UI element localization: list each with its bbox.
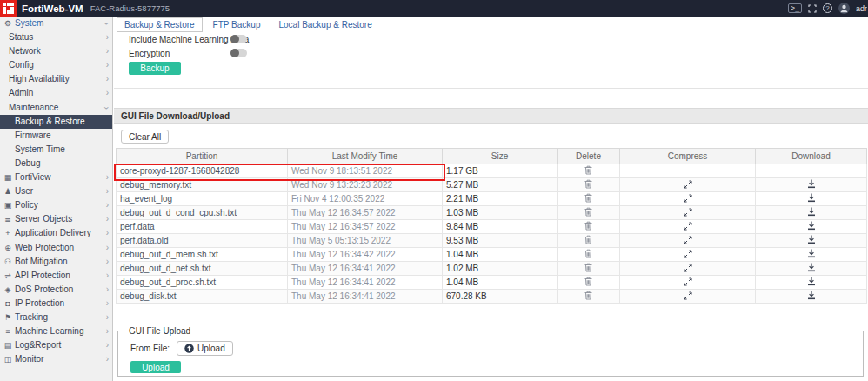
sidebar-item-bot-mitigation[interactable]: ⚇Bot Mitigation› [0, 255, 112, 269]
sidebar-item-label: DoS Protection [15, 284, 73, 294]
chevron-down-icon: › [98, 106, 112, 109]
delete-cell [558, 276, 620, 290]
table-row: ha_event_logFri Nov 4 12:00:35 20222.21 … [117, 192, 867, 206]
delete-icon[interactable] [584, 291, 592, 302]
sidebar-item-api-protection[interactable]: ⇌API Protection› [0, 269, 112, 283]
sidebar-item-label: Monitor [15, 354, 43, 364]
delete-icon[interactable] [584, 193, 592, 204]
sidebar-item-fortiview[interactable]: ▦FortiView› [0, 170, 112, 184]
encryption-toggle[interactable] [230, 49, 247, 57]
sidebar-item-label: IP Protection [15, 298, 64, 308]
sidebar-item-label: Machine Learning [15, 326, 84, 336]
user-avatar-icon[interactable] [838, 3, 850, 14]
sidebar-item-monitor[interactable]: ◫Monitor› [0, 352, 112, 366]
delete-cell [558, 192, 620, 206]
download-icon[interactable] [807, 235, 816, 246]
sidebar-item-ip-protection[interactable]: ◘IP Protection› [0, 297, 112, 311]
compress-icon[interactable] [684, 180, 692, 190]
sidebar-item-config[interactable]: Config› [0, 58, 112, 72]
upload-button[interactable]: Upload [130, 361, 181, 373]
sidebar-item-network[interactable]: Network› [0, 44, 112, 58]
device-name: FAC-Radius-5877775 [90, 3, 170, 13]
cli-console-icon[interactable]: >_ [788, 3, 802, 13]
sidebar-item-admin[interactable]: Admin› [0, 86, 112, 100]
modify-time-cell: Thu May 12 16:34:57 2022 [288, 206, 443, 220]
sidebar-item-firmware[interactable]: Firmware [0, 129, 112, 143]
download-icon[interactable] [807, 277, 816, 288]
sidebar-item-machine-learning[interactable]: ≡Machine Learning› [0, 324, 112, 338]
partition-cell: debug_out_d_net.sh.txt [117, 262, 288, 276]
sidebar-item-application-delivery[interactable]: +Application Delivery› [0, 226, 112, 240]
download-icon[interactable] [807, 179, 816, 190]
sidebar-item-system-time[interactable]: System Time [0, 143, 112, 157]
delete-icon[interactable] [584, 235, 592, 246]
app-delivery-icon: + [3, 226, 13, 240]
sidebar-item-label: Bot Mitigation [15, 257, 68, 266]
sidebar-item-label: FortiView [15, 172, 51, 182]
modify-time-cell: Fri Nov 4 12:00:35 2022 [288, 192, 443, 206]
download-icon[interactable] [807, 193, 816, 204]
delete-icon[interactable] [584, 277, 592, 288]
sidebar-item-high-availability[interactable]: High Availability› [0, 72, 112, 86]
sidebar-item-maintenance[interactable]: Maintenance› [0, 101, 112, 115]
username[interactable]: adm [856, 4, 867, 13]
tab-ftp-backup[interactable]: FTP Backup [205, 17, 269, 32]
compress-icon[interactable] [684, 222, 692, 232]
sidebar-item-label: Policy [15, 200, 38, 210]
delete-icon[interactable] [584, 179, 592, 190]
chevron-right-icon: › [106, 184, 109, 198]
ml-data-toggle[interactable] [230, 35, 247, 43]
tab-local-backup-restore[interactable]: Local Backup & Restore [270, 17, 379, 32]
sidebar-item-policy[interactable]: ▣Policy› [0, 198, 112, 212]
download-cell [756, 206, 867, 220]
delete-icon[interactable] [584, 207, 592, 218]
download-icon[interactable] [807, 291, 816, 302]
chevron-right-icon: › [106, 338, 109, 352]
compress-icon[interactable] [684, 264, 692, 274]
sidebar-item-server-objects[interactable]: ≣Server Objects› [0, 212, 112, 226]
compress-cell [620, 248, 756, 262]
sidebar-item-web-protection[interactable]: ⊕Web Protection› [0, 241, 112, 255]
sidebar-item-backup-restore[interactable]: Backup & Restore [0, 115, 112, 129]
delete-icon[interactable] [584, 165, 592, 177]
gear-icon: ⚙ [3, 17, 13, 30]
download-icon[interactable] [807, 249, 816, 260]
sidebar-item-log-report[interactable]: ▤Log&Report› [0, 338, 112, 352]
compress-icon[interactable] [684, 277, 692, 288]
download-icon[interactable] [807, 207, 816, 218]
table-row: debug_out_d_net.sh.txtThu May 12 16:34:4… [117, 262, 867, 276]
sidebar-item-dos-protection[interactable]: ◈DoS Protection› [0, 283, 112, 297]
clear-all-button[interactable]: Clear All [121, 130, 169, 144]
download-icon[interactable] [807, 221, 816, 232]
sidebar-item-label: Backup & Restore [15, 117, 85, 126]
compress-icon[interactable] [684, 291, 692, 302]
sidebar-item-label: Tracking [15, 312, 48, 322]
column-header-size: Size [443, 149, 558, 164]
help-icon[interactable]: ? [823, 3, 832, 13]
delete-icon[interactable] [584, 263, 592, 274]
compress-icon[interactable] [684, 208, 692, 218]
sidebar-item-status[interactable]: Status› [0, 30, 112, 44]
backup-button[interactable]: Backup [129, 62, 181, 75]
tab-backup-restore[interactable]: Backup & Restore [117, 17, 203, 32]
delete-icon[interactable] [584, 249, 592, 260]
delete-cell [558, 290, 620, 304]
download-icon[interactable] [807, 263, 816, 274]
size-cell: 1.04 MB [443, 276, 558, 290]
delete-cell [558, 248, 620, 262]
compress-icon[interactable] [684, 194, 692, 204]
gui-file-upload-section: GUI File Upload From File: Upload Upload [117, 326, 864, 377]
upload-circle-icon [184, 344, 194, 353]
fullscreen-icon[interactable] [808, 4, 817, 13]
sidebar-item-debug[interactable]: Debug [0, 157, 112, 170]
partition-cell: debug_memory.txt [117, 178, 288, 192]
compress-icon[interactable] [684, 250, 692, 260]
sidebar-item-user[interactable]: ♟User› [0, 184, 112, 198]
delete-icon[interactable] [584, 221, 592, 232]
sidebar-item-tracking[interactable]: ⚑Tracking› [0, 311, 112, 324]
delete-cell [558, 164, 620, 178]
main-content: Backup & RestoreFTP BackupLocal Backup &… [114, 17, 868, 381]
file-chooser-button[interactable]: Upload [177, 341, 233, 356]
compress-icon[interactable] [684, 236, 692, 246]
sidebar-item-system[interactable]: ⚙System› [0, 17, 112, 30]
